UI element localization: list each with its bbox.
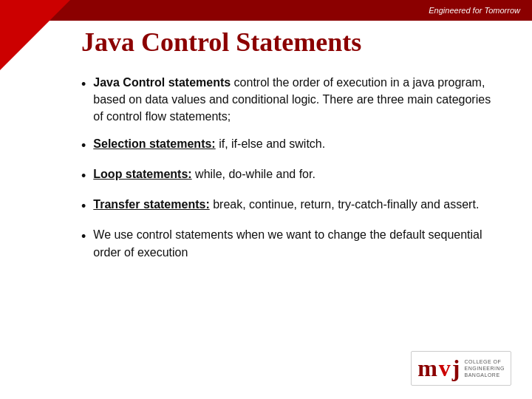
bullet-dot: • [81,75,86,94]
bullet-dot: • [81,166,86,185]
slide-content: Java Control Statements • Java Control s… [0,21,532,286]
header-bar: Engineered for Tomorrow [0,0,532,21]
logo-j: j [452,355,460,382]
logo-area: m v j College of Engineering Bangalore [411,351,511,386]
bullet-dot: • [81,197,86,216]
bullet-text: Transfer statements: break, continue, re… [93,196,502,213]
logo-line2: Engineering [464,365,505,372]
logo-v: v [439,355,451,382]
triangle-decoration [0,0,70,70]
slide-title: Java Control Statements [81,28,502,58]
logo-mvj: m v j [417,355,460,382]
bold-underline-intro: Transfer statements: [93,198,209,211]
bullet-dot: • [81,227,86,246]
list-item: • Java Control statements control the or… [81,74,502,126]
bullet-text: We use control statements when we want t… [93,226,502,260]
bullet-rest: while, do-while and for. [195,168,316,180]
logo-wrapper: m v j College of Engineering Bangalore [411,351,511,386]
list-item: • Loop statements: while, do-while and f… [81,166,502,185]
header-tagline: Engineered for Tomorrow [429,6,520,15]
bullet-rest: break, continue, return, try-catch-final… [213,198,479,211]
bullet-rest: if, if-else and switch. [219,137,325,150]
bullet-text: Selection statements: if, if-else and sw… [93,135,502,152]
bold-underline-intro: Loop statements: [93,168,191,180]
bullet-list: • Java Control statements control the or… [81,74,502,261]
list-item: • Transfer statements: break, continue, … [81,196,502,216]
bold-intro: Java Control statements [93,76,231,89]
bullet-text: Java Control statements control the orde… [93,74,502,126]
list-item: • Selection statements: if, if-else and … [81,135,502,155]
logo-line1: College of [464,358,505,365]
bold-underline-intro: Selection statements: [93,137,215,150]
logo-line3: Bangalore [464,372,505,378]
bullet-text: Loop statements: while, do-while and for… [93,166,502,183]
bullet-rest: We use control statements when we want t… [93,228,482,258]
logo-text-block: College of Engineering Bangalore [464,358,505,378]
list-item: • We use control statements when we want… [81,226,502,260]
bullet-dot: • [81,136,86,155]
logo-m: m [417,355,437,382]
